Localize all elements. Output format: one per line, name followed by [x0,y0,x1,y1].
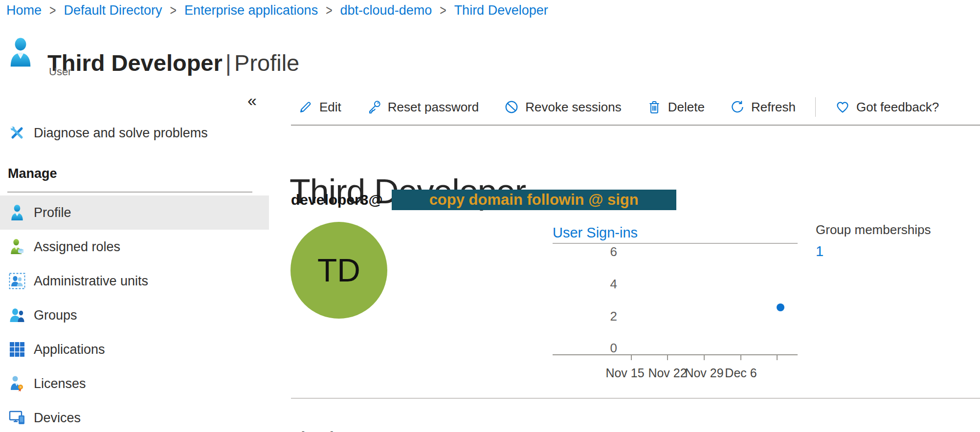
toolbar-divider [815,97,816,117]
breadcrumb-default-directory[interactable]: Default Directory [64,3,162,18]
azure-user-profile-page: Home > Default Directory > Enterprise ap… [0,0,980,432]
sidebar-item-assigned-roles[interactable]: Assigned roles [0,230,269,264]
sidebar-item-label: Licenses [34,376,86,391]
sidebar-item-label: Groups [34,308,77,323]
breadcrumb-separator: > [326,2,332,19]
edit-label: Edit [319,100,341,115]
sidebar-item-label: Profile [34,205,71,220]
diagnose-tools-icon [8,124,26,142]
sidebar-item-licenses[interactable]: Licenses [0,367,269,401]
sidebar-item-applications[interactable]: Applications [0,332,269,367]
got-feedback-button[interactable]: Got feedback? [835,100,939,115]
group-memberships-label: Group memberships [816,222,931,238]
sidebar-divider [7,192,252,193]
x-tick-mark [777,355,778,360]
sidebar-item-label: Applications [34,342,105,357]
refresh-button[interactable]: Refresh [730,100,796,115]
breadcrumb: Home > Default Directory > Enterprise ap… [6,3,548,18]
y-tick-0: 0 [553,340,617,356]
page-title-name: Third Developer [47,50,223,76]
x-axis-line [553,354,798,355]
sidebar-item-profile[interactable]: Profile [0,195,269,230]
block-icon [504,100,519,114]
person-role-icon [8,238,26,256]
grid-icon [8,341,26,358]
admin-units-icon [8,272,26,290]
edit-button[interactable]: Edit [298,100,341,115]
upn-prefix: developer3@ [291,192,383,208]
reset-password-label: Reset password [388,100,479,115]
refresh-icon [730,100,745,114]
redaction-overlay: copy domain followin @ sign [392,190,676,210]
revoke-sessions-label: Revoke sessions [525,100,622,115]
breadcrumb-separator: > [170,2,177,19]
x-label-dec6: Dec 6 [714,366,768,380]
command-bar: Edit Reset password Revoke sessions [298,96,939,118]
page-title: Third Developer|Profile [47,49,299,76]
page-title-pipe: | [223,50,234,76]
sidebar-item-devices[interactable]: Devices [0,401,269,432]
x-tick-mark [631,355,632,360]
key-icon [367,100,381,114]
group-memberships-count-link[interactable]: 1 [816,243,824,259]
sidebar-item-administrative-units[interactable]: Administrative units [0,264,269,298]
person-icon [8,204,26,221]
delete-button[interactable]: Delete [647,100,705,115]
y-tick-4: 4 [553,276,617,292]
sidebar-item-label: Diagnose and solve problems [34,126,208,141]
group-memberships-block: Group memberships 1 [816,222,931,259]
sidebar-collapse-button[interactable]: « [247,92,257,108]
section-divider [291,398,980,399]
x-tick-mark [704,355,705,360]
x-tick-mark [740,355,741,360]
heart-icon [835,100,850,114]
identity-section-heading: Identity [291,429,348,432]
sidebar-item-label: Devices [34,410,81,426]
x-tick-mark [667,355,668,360]
devices-icon [8,409,26,427]
people-icon [8,306,26,324]
sidebar-section-manage: Manage [8,166,57,181]
refresh-label: Refresh [751,100,796,115]
revoke-sessions-button[interactable]: Revoke sessions [504,100,622,115]
breadcrumb-separator: > [49,2,56,19]
sidebar-item-label: Assigned roles [34,239,120,255]
y-tick-2: 2 [553,308,617,324]
delete-label: Delete [668,100,705,115]
y-tick-6: 6 [553,244,617,259]
breadcrumb-third-developer[interactable]: Third Developer [454,3,548,18]
sidebar-nav: Profile Assigned roles [0,195,269,432]
breadcrumb-home[interactable]: Home [6,3,42,18]
sign-in-data-point [777,303,784,311]
user-sign-ins-link[interactable]: User Sign-ins [553,225,638,241]
user-principal-name: developer3@ copy domain followin @ sign [291,190,676,210]
sidebar-item-groups[interactable]: Groups [0,298,269,332]
user-sign-ins-chart: User Sign-ins 6 4 2 0 Nov 15 Nov 22 Nov … [553,224,798,385]
toolbar-underline [291,125,980,126]
breadcrumb-separator: > [440,2,446,19]
page-subtitle: User [49,65,71,78]
got-feedback-label: Got feedback? [856,100,939,115]
breadcrumb-enterprise-applications[interactable]: Enterprise applications [184,3,318,18]
trash-icon [647,100,662,114]
user-avatar-icon [9,37,32,67]
sidebar-item-diagnose[interactable]: Diagnose and solve problems [0,120,277,146]
page-title-suffix: Profile [234,50,299,76]
sidebar-item-label: Administrative units [34,274,148,289]
license-badge-icon [8,375,26,392]
breadcrumb-dbt-cloud-demo[interactable]: dbt-cloud-demo [340,3,432,18]
reset-password-button[interactable]: Reset password [367,100,479,115]
avatar[interactable]: TD [290,222,387,319]
pencil-icon [298,100,313,114]
